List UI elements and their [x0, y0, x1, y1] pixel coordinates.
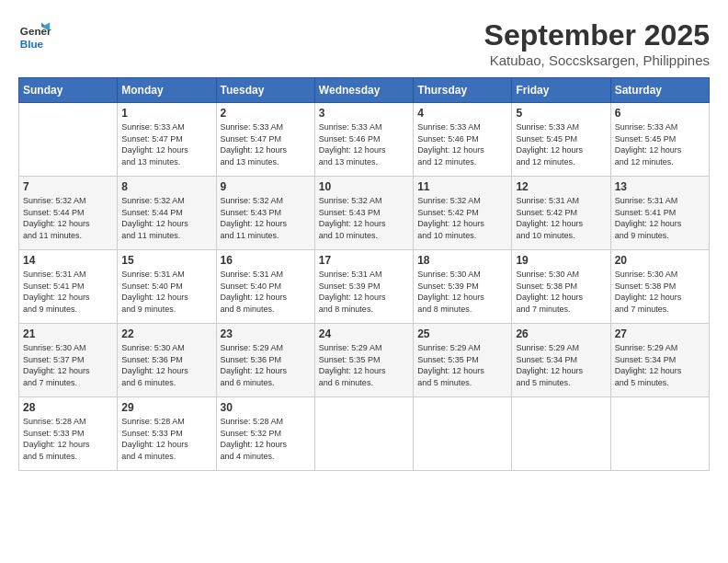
- day-info: Sunrise: 5:30 AM Sunset: 5:38 PM Dayligh…: [516, 269, 606, 315]
- day-info: Sunrise: 5:29 AM Sunset: 5:35 PM Dayligh…: [417, 342, 507, 388]
- day-number: 3: [319, 107, 409, 120]
- calendar-cell: 20Sunrise: 5:30 AM Sunset: 5:38 PM Dayli…: [610, 250, 709, 324]
- day-number: 28: [23, 401, 113, 414]
- calendar-cell: 12Sunrise: 5:31 AM Sunset: 5:42 PM Dayli…: [512, 177, 610, 250]
- calendar-cell: 4Sunrise: 5:33 AM Sunset: 5:46 PM Daylig…: [414, 103, 512, 177]
- day-number: 1: [121, 107, 211, 120]
- day-number: 25: [417, 327, 507, 340]
- calendar-cell: 9Sunrise: 5:32 AM Sunset: 5:43 PM Daylig…: [216, 177, 314, 250]
- calendar-cell: 5Sunrise: 5:33 AM Sunset: 5:45 PM Daylig…: [512, 103, 610, 177]
- day-info: Sunrise: 5:32 AM Sunset: 5:44 PM Dayligh…: [121, 195, 211, 241]
- calendar-cell: 17Sunrise: 5:31 AM Sunset: 5:39 PM Dayli…: [314, 250, 413, 324]
- day-info: Sunrise: 5:28 AM Sunset: 5:33 PM Dayligh…: [23, 416, 113, 462]
- day-number: 14: [23, 254, 113, 267]
- calendar-cell: 29Sunrise: 5:28 AM Sunset: 5:33 PM Dayli…: [118, 397, 216, 471]
- location: Katubao, Soccsksargen, Philippines: [484, 52, 710, 68]
- day-number: 12: [516, 180, 606, 193]
- day-number: 19: [516, 254, 606, 267]
- svg-text:Blue: Blue: [20, 38, 44, 50]
- day-info: Sunrise: 5:28 AM Sunset: 5:33 PM Dayligh…: [121, 416, 211, 462]
- day-number: 8: [121, 180, 211, 193]
- column-header-sunday: Sunday: [19, 78, 118, 103]
- day-number: 17: [319, 254, 409, 267]
- day-number: 18: [417, 254, 507, 267]
- calendar-cell: 14Sunrise: 5:31 AM Sunset: 5:41 PM Dayli…: [19, 250, 118, 324]
- day-number: 6: [615, 107, 705, 120]
- calendar-cell: 18Sunrise: 5:30 AM Sunset: 5:39 PM Dayli…: [414, 250, 512, 324]
- day-info: Sunrise: 5:33 AM Sunset: 5:46 PM Dayligh…: [319, 121, 409, 167]
- day-number: 27: [615, 327, 705, 340]
- day-info: Sunrise: 5:30 AM Sunset: 5:37 PM Dayligh…: [23, 342, 113, 388]
- day-info: Sunrise: 5:30 AM Sunset: 5:36 PM Dayligh…: [121, 342, 211, 388]
- calendar-cell: [314, 397, 413, 471]
- day-info: Sunrise: 5:29 AM Sunset: 5:34 PM Dayligh…: [615, 342, 705, 388]
- day-number: 2: [221, 107, 311, 120]
- day-info: Sunrise: 5:29 AM Sunset: 5:34 PM Dayligh…: [516, 342, 606, 388]
- day-number: 20: [615, 254, 705, 267]
- calendar-cell: 30Sunrise: 5:28 AM Sunset: 5:32 PM Dayli…: [216, 397, 314, 471]
- day-number: 13: [615, 180, 705, 193]
- calendar-cell: 11Sunrise: 5:32 AM Sunset: 5:42 PM Dayli…: [414, 177, 512, 250]
- calendar-week-row: 7Sunrise: 5:32 AM Sunset: 5:44 PM Daylig…: [19, 177, 710, 250]
- calendar-week-row: 21Sunrise: 5:30 AM Sunset: 5:37 PM Dayli…: [19, 324, 710, 397]
- calendar-cell: 24Sunrise: 5:29 AM Sunset: 5:35 PM Dayli…: [314, 324, 413, 397]
- day-info: Sunrise: 5:32 AM Sunset: 5:43 PM Dayligh…: [221, 195, 311, 241]
- day-number: 24: [319, 327, 409, 340]
- day-info: Sunrise: 5:28 AM Sunset: 5:32 PM Dayligh…: [221, 416, 311, 462]
- title-block: September 2025 Katubao, Soccsksargen, Ph…: [484, 18, 710, 68]
- column-header-thursday: Thursday: [414, 78, 512, 103]
- day-info: Sunrise: 5:33 AM Sunset: 5:45 PM Dayligh…: [516, 121, 606, 167]
- day-info: Sunrise: 5:30 AM Sunset: 5:38 PM Dayligh…: [615, 269, 705, 315]
- day-info: Sunrise: 5:31 AM Sunset: 5:42 PM Dayligh…: [516, 195, 606, 241]
- day-info: Sunrise: 5:32 AM Sunset: 5:43 PM Dayligh…: [319, 195, 409, 241]
- calendar-table: SundayMondayTuesdayWednesdayThursdayFrid…: [18, 77, 710, 471]
- day-info: Sunrise: 5:29 AM Sunset: 5:35 PM Dayligh…: [319, 342, 409, 388]
- day-number: 4: [417, 107, 507, 120]
- day-info: Sunrise: 5:29 AM Sunset: 5:36 PM Dayligh…: [221, 342, 311, 388]
- day-number: 30: [221, 401, 311, 414]
- calendar-cell: [610, 397, 709, 471]
- column-header-tuesday: Tuesday: [216, 78, 314, 103]
- day-number: 11: [417, 180, 507, 193]
- calendar-cell: [414, 397, 512, 471]
- day-number: 9: [221, 180, 311, 193]
- day-number: 7: [23, 180, 113, 193]
- page-header: General Blue September 2025 Katubao, Soc…: [18, 18, 710, 68]
- day-info: Sunrise: 5:31 AM Sunset: 5:40 PM Dayligh…: [121, 269, 211, 315]
- day-info: Sunrise: 5:30 AM Sunset: 5:39 PM Dayligh…: [417, 269, 507, 315]
- calendar-cell: [512, 397, 610, 471]
- calendar-cell: 22Sunrise: 5:30 AM Sunset: 5:36 PM Dayli…: [118, 324, 216, 397]
- day-number: 16: [221, 254, 311, 267]
- day-info: Sunrise: 5:33 AM Sunset: 5:47 PM Dayligh…: [121, 121, 211, 167]
- logo: General Blue: [18, 18, 51, 52]
- calendar-cell: 16Sunrise: 5:31 AM Sunset: 5:40 PM Dayli…: [216, 250, 314, 324]
- day-info: Sunrise: 5:31 AM Sunset: 5:41 PM Dayligh…: [615, 195, 705, 241]
- calendar-cell: 13Sunrise: 5:31 AM Sunset: 5:41 PM Dayli…: [610, 177, 709, 250]
- calendar-cell: 6Sunrise: 5:33 AM Sunset: 5:45 PM Daylig…: [610, 103, 709, 177]
- calendar-cell: 27Sunrise: 5:29 AM Sunset: 5:34 PM Dayli…: [610, 324, 709, 397]
- calendar-cell: 21Sunrise: 5:30 AM Sunset: 5:37 PM Dayli…: [19, 324, 118, 397]
- calendar-cell: 2Sunrise: 5:33 AM Sunset: 5:47 PM Daylig…: [216, 103, 314, 177]
- calendar-cell: 23Sunrise: 5:29 AM Sunset: 5:36 PM Dayli…: [216, 324, 314, 397]
- column-header-saturday: Saturday: [610, 78, 709, 103]
- calendar-cell: 26Sunrise: 5:29 AM Sunset: 5:34 PM Dayli…: [512, 324, 610, 397]
- calendar-cell: 15Sunrise: 5:31 AM Sunset: 5:40 PM Dayli…: [118, 250, 216, 324]
- logo-icon: General Blue: [18, 18, 51, 52]
- calendar-cell: 1Sunrise: 5:33 AM Sunset: 5:47 PM Daylig…: [118, 103, 216, 177]
- column-header-monday: Monday: [118, 78, 216, 103]
- calendar-week-row: 28Sunrise: 5:28 AM Sunset: 5:33 PM Dayli…: [19, 397, 710, 471]
- day-info: Sunrise: 5:32 AM Sunset: 5:44 PM Dayligh…: [23, 195, 113, 241]
- day-info: Sunrise: 5:32 AM Sunset: 5:42 PM Dayligh…: [417, 195, 507, 241]
- calendar-cell: 7Sunrise: 5:32 AM Sunset: 5:44 PM Daylig…: [19, 177, 118, 250]
- day-number: 26: [516, 327, 606, 340]
- month-title: September 2025: [484, 18, 710, 52]
- day-info: Sunrise: 5:33 AM Sunset: 5:45 PM Dayligh…: [615, 121, 705, 167]
- calendar-cell: 28Sunrise: 5:28 AM Sunset: 5:33 PM Dayli…: [19, 397, 118, 471]
- day-number: 29: [121, 401, 211, 414]
- day-number: 15: [121, 254, 211, 267]
- day-number: 22: [121, 327, 211, 340]
- calendar-cell: 10Sunrise: 5:32 AM Sunset: 5:43 PM Dayli…: [314, 177, 413, 250]
- day-number: 5: [516, 107, 606, 120]
- day-info: Sunrise: 5:31 AM Sunset: 5:41 PM Dayligh…: [23, 269, 113, 315]
- day-number: 10: [319, 180, 409, 193]
